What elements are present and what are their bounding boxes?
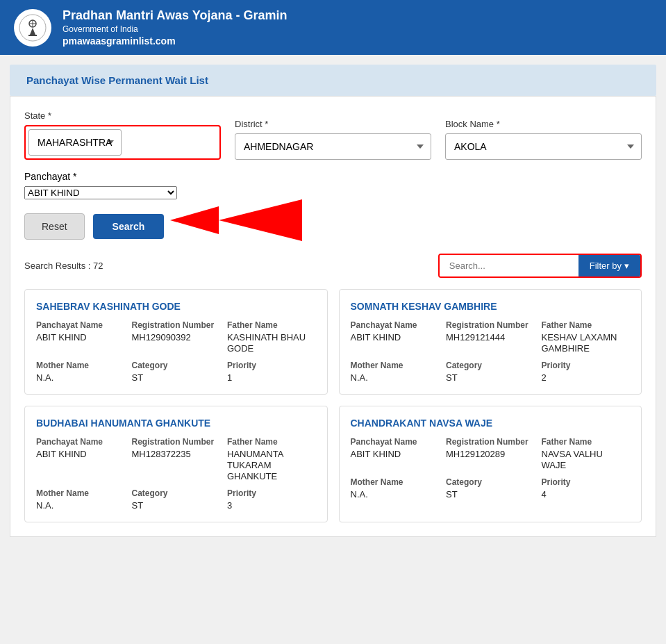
- card-fields: Panchayat Name ABIT KHIND Registration N…: [36, 437, 316, 511]
- panchayat-label: Panchayat *: [24, 171, 177, 182]
- chevron-down-icon: ▾: [624, 261, 629, 271]
- card-registration: Registration Number MH128372235: [132, 437, 221, 481]
- card-name: CHANDRAKANT NAVSA WAJE: [351, 418, 631, 429]
- panchayat-select[interactable]: ABIT KHIND: [24, 186, 177, 199]
- card-category: Category ST: [446, 477, 535, 499]
- card-registration: Registration Number MH129090392: [132, 320, 221, 354]
- card-0: SAHEBRAV KASHINATH GODE Panchayat Name A…: [24, 289, 328, 395]
- search-filter-box: Filter by ▾: [438, 254, 642, 278]
- main-content: State * MAHARASHTRA District * AHMEDNAGA…: [10, 96, 656, 537]
- cards-grid: SAHEBRAV KASHINATH GODE Panchayat Name A…: [24, 289, 642, 522]
- button-row: Reset Search: [24, 213, 642, 240]
- card-priority: Priority 2: [542, 361, 631, 383]
- card-1: SOMNATH KESHAV GAMBHIRE Panchayat Name A…: [339, 289, 642, 395]
- card-fields: Panchayat Name ABIT KHIND Registration N…: [351, 320, 631, 383]
- card-panchayat: Panchayat Name ABIT KHIND: [351, 320, 440, 354]
- card-name: SAHEBRAV KASHINATH GODE: [36, 301, 316, 312]
- card-priority: Priority 4: [542, 477, 631, 499]
- header-text: Pradhan Mantri Awas Yojana - Gramin Gove…: [63, 8, 287, 47]
- card-registration: Registration Number MH129120289: [446, 437, 535, 470]
- svg-rect-5: [28, 35, 37, 36]
- district-filter-group: District * AHMEDNAGAR: [235, 119, 431, 160]
- card-3: CHANDRAKANT NAVSA WAJE Panchayat Name AB…: [339, 406, 642, 522]
- card-mother: Mother Name N.A.: [36, 361, 125, 383]
- card-panchayat: Panchayat Name ABIT KHIND: [36, 437, 125, 481]
- search-button[interactable]: Search: [93, 214, 165, 239]
- header-domain: pmawaasgraminlist.com: [63, 35, 287, 47]
- card-category: Category ST: [132, 488, 221, 511]
- card-priority: Priority 3: [227, 488, 316, 511]
- card-fields: Panchayat Name ABIT KHIND Registration N…: [351, 437, 631, 499]
- card-father: Father Name KASHINATH BHAU GODE: [227, 320, 316, 354]
- block-label: Block Name *: [445, 119, 642, 129]
- filter-row-1: State * MAHARASHTRA District * AHMEDNAGA…: [24, 110, 642, 160]
- card-category: Category ST: [132, 361, 221, 383]
- district-select[interactable]: AHMEDNAGAR: [235, 133, 431, 160]
- panchayat-row: Panchayat * ABIT KHIND: [24, 171, 642, 199]
- header-subtitle: Government of India: [63, 24, 287, 34]
- district-label: District *: [235, 119, 431, 129]
- card-panchayat: Panchayat Name ABIT KHIND: [351, 437, 440, 470]
- panchayat-filter-group: Panchayat * ABIT KHIND: [24, 171, 177, 199]
- block-select[interactable]: AKOLA: [445, 133, 642, 160]
- card-name: SOMNATH KESHAV GAMBHIRE: [351, 301, 631, 312]
- results-count: Search Results : 72: [24, 261, 103, 271]
- svg-marker-6: [219, 199, 302, 241]
- filter-by-button[interactable]: Filter by ▾: [578, 255, 640, 276]
- card-panchayat: Panchayat Name ABIT KHIND: [36, 320, 125, 354]
- card-priority: Priority 1: [227, 361, 316, 383]
- state-label: State *: [24, 110, 221, 121]
- reset-button[interactable]: Reset: [24, 213, 85, 240]
- card-category: Category ST: [446, 361, 535, 383]
- page-title-bar: Panchayat Wise Permanent Wait List: [10, 65, 656, 96]
- results-bar: Search Results : 72 Filter by ▾: [24, 254, 642, 278]
- card-mother: Mother Name N.A.: [351, 477, 440, 499]
- page-title: Panchayat Wise Permanent Wait List: [26, 74, 208, 86]
- svg-marker-7: [170, 206, 219, 234]
- card-mother: Mother Name N.A.: [351, 361, 440, 383]
- state-select-wrapper: MAHARASHTRA: [24, 125, 221, 160]
- state-select[interactable]: MAHARASHTRA: [28, 129, 122, 156]
- block-filter-group: Block Name * AKOLA: [445, 119, 642, 160]
- card-mother: Mother Name N.A.: [36, 488, 125, 511]
- header-title: Pradhan Mantri Awas Yojana - Gramin: [63, 8, 287, 23]
- card-fields: Panchayat Name ABIT KHIND Registration N…: [36, 320, 316, 383]
- arrow-indicator: [163, 192, 302, 248]
- card-father: Father Name KESHAV LAXAMN GAMBHIRE: [542, 320, 631, 354]
- card-father: Father Name NAVSA VALHU WAJE: [542, 437, 631, 470]
- header: Pradhan Mantri Awas Yojana - Gramin Gove…: [0, 0, 666, 55]
- card-registration: Registration Number MH129121444: [446, 320, 535, 354]
- header-logo: [14, 9, 51, 47]
- card-father: Father Name HANUMANTA TUKARAM GHANKUTE: [227, 437, 316, 481]
- state-filter-group: State * MAHARASHTRA: [24, 110, 221, 160]
- search-filter-input[interactable]: [440, 255, 578, 276]
- card-name: BUDHABAI HANUMANTA GHANKUTE: [36, 418, 316, 429]
- card-2: BUDHABAI HANUMANTA GHANKUTE Panchayat Na…: [24, 406, 328, 522]
